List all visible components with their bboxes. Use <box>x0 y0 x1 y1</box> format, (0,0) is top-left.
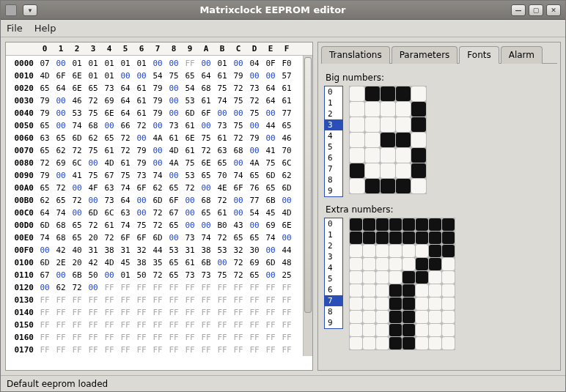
pixel-cell[interactable] <box>403 271 415 284</box>
pixel-cell[interactable] <box>389 271 402 284</box>
hex-cell[interactable]: 74 <box>37 232 53 244</box>
pixel-cell[interactable] <box>396 148 411 163</box>
hex-row[interactable]: 00A06572004F63746F626572004E6F76656D <box>6 182 301 194</box>
hex-cell[interactable]: FF <box>230 319 246 331</box>
hex-cell[interactable]: 72 <box>182 182 198 194</box>
hex-cell[interactable]: 6F <box>53 70 69 82</box>
hex-cell[interactable]: 79 <box>246 132 262 144</box>
hex-cell[interactable]: 53 <box>69 107 85 119</box>
hex-cell[interactable]: 72 <box>230 132 246 144</box>
hex-cell[interactable]: 73 <box>198 269 214 281</box>
hex-row[interactable]: 011067006B50000150726573737572650025 <box>6 269 301 281</box>
hex-cell[interactable]: 63 <box>101 182 117 194</box>
pixel-cell[interactable] <box>350 86 364 101</box>
pixel-cell[interactable] <box>389 284 402 297</box>
hex-cell[interactable]: FF <box>214 331 230 344</box>
hex-cell[interactable]: FF <box>133 281 150 294</box>
hex-cell[interactable]: 75 <box>198 132 214 144</box>
pixel-cell[interactable] <box>403 297 415 310</box>
hex-cell[interactable]: 67 <box>37 269 53 281</box>
hex-cell[interactable]: 38 <box>101 244 117 256</box>
hex-cell[interactable]: 42 <box>85 256 101 269</box>
hex-cell[interactable]: 01 <box>117 269 133 281</box>
hex-cell[interactable]: FF <box>166 319 182 331</box>
hex-cell[interactable]: FF <box>182 331 198 344</box>
pixel-cell[interactable] <box>376 245 389 257</box>
hex-cell[interactable]: 0F <box>262 57 279 70</box>
hex-cell[interactable]: FF <box>85 331 101 344</box>
hex-cell[interactable]: 4E <box>214 182 230 194</box>
hex-cell[interactable]: 00 <box>230 207 246 219</box>
pixel-cell[interactable] <box>396 102 411 117</box>
hex-cell[interactable]: 41 <box>69 169 85 182</box>
hex-cell[interactable]: FF <box>214 281 230 294</box>
hex-cell[interactable]: 6F <box>133 182 150 194</box>
hex-cell[interactable]: FF <box>279 331 295 344</box>
hex-cell[interactable]: 65 <box>37 82 53 95</box>
hex-cell[interactable]: 6E <box>69 82 85 95</box>
pixel-cell[interactable] <box>442 311 455 323</box>
hex-cell[interactable]: 72 <box>230 82 246 95</box>
hex-cell[interactable]: FF <box>262 306 279 319</box>
hex-cell[interactable]: 00 <box>53 169 69 182</box>
hex-cell[interactable]: 65 <box>69 219 85 232</box>
hex-cell[interactable]: FF <box>150 344 166 356</box>
pixel-cell[interactable] <box>442 337 455 350</box>
hex-row[interactable]: 00D06D68657261747572650000B04300696E <box>6 219 301 232</box>
hex-cell[interactable]: FF <box>246 306 262 319</box>
pixel-cell[interactable] <box>403 258 415 270</box>
hex-cell[interactable]: FF <box>246 331 262 344</box>
hex-cell[interactable]: 75 <box>166 70 182 82</box>
number-list-item[interactable]: 1 <box>325 97 342 108</box>
hex-cell[interactable]: 79 <box>37 169 53 182</box>
pixel-cell[interactable] <box>396 163 411 178</box>
pixel-cell[interactable] <box>429 297 441 310</box>
hex-cell[interactable]: 73 <box>182 232 198 244</box>
hex-cell[interactable]: FF <box>117 319 133 331</box>
hex-cell[interactable]: 72 <box>133 119 150 132</box>
pixel-cell[interactable] <box>350 337 362 350</box>
hex-cell[interactable]: 67 <box>166 207 182 219</box>
hex-cell[interactable]: 61 <box>182 144 198 157</box>
hex-cell[interactable]: 72 <box>230 269 246 281</box>
hex-cell[interactable]: FF <box>246 281 262 294</box>
hex-cell[interactable]: 62 <box>85 132 101 144</box>
hex-cell[interactable]: 31 <box>85 244 101 256</box>
pixel-cell[interactable] <box>350 102 364 117</box>
hex-cell[interactable]: FF <box>150 294 166 306</box>
hex-cell[interactable]: FF <box>182 294 198 306</box>
pixel-cell[interactable] <box>376 311 389 323</box>
hex-cell[interactable]: 65 <box>101 132 117 144</box>
hex-cell[interactable]: 72 <box>117 132 133 144</box>
pixel-cell[interactable] <box>416 311 428 323</box>
hex-cell[interactable]: 79 <box>37 107 53 119</box>
hex-cell[interactable]: FF <box>53 344 69 356</box>
hex-cell[interactable]: 00 <box>262 70 279 82</box>
hex-cell[interactable]: 50 <box>133 269 150 281</box>
pixel-cell[interactable] <box>429 271 441 284</box>
number-list-item[interactable]: 5 <box>325 273 342 284</box>
hex-cell[interactable]: 64 <box>117 82 133 95</box>
hex-row[interactable]: 01006D2E20424D45383565616B0072696D48 <box>6 256 301 269</box>
number-list-item[interactable]: 4 <box>325 262 342 273</box>
hex-cell[interactable]: 00 <box>85 194 101 207</box>
tab-parameters[interactable]: Parameters <box>392 46 458 64</box>
hex-cell[interactable]: FF <box>279 306 295 319</box>
hex-cell[interactable]: 00 <box>279 232 295 244</box>
hex-row[interactable]: 0150FFFFFFFFFFFFFFFFFFFFFFFFFFFFFFFF <box>6 319 301 331</box>
hex-cell[interactable]: FF <box>101 344 117 356</box>
hex-cell[interactable]: 4D <box>101 157 117 169</box>
hex-cell[interactable]: 00 <box>166 82 182 95</box>
pixel-cell[interactable] <box>403 245 415 257</box>
hex-cell[interactable]: 73 <box>246 82 262 95</box>
hex-cell[interactable]: 69 <box>262 219 279 232</box>
hex-cell[interactable]: 46 <box>279 132 295 144</box>
hex-cell[interactable]: 72 <box>37 157 53 169</box>
pixel-cell[interactable] <box>396 117 411 132</box>
hex-cell[interactable]: FF <box>133 319 150 331</box>
hex-cell[interactable]: 07 <box>37 57 53 70</box>
pixel-cell[interactable] <box>396 86 411 101</box>
hex-cell[interactable]: 00 <box>230 57 246 70</box>
pixel-cell[interactable] <box>442 245 455 257</box>
big-number-list[interactable]: 0123456789 <box>324 86 343 197</box>
